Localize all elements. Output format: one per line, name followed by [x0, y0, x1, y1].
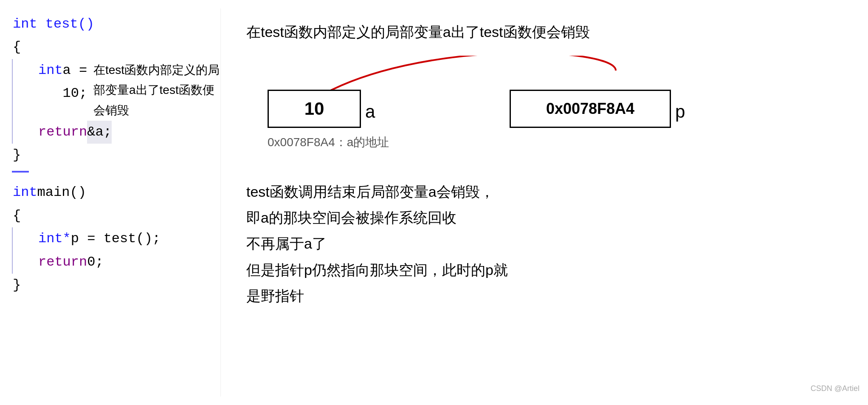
- code-line-int-a: int a = 10; 在test函数内部定义的局部变量a出了test函数便会销…: [4, 59, 220, 121]
- label-a: a: [365, 102, 375, 122]
- explanation-line1: test函数调用结束后局部变量a会销毁，: [246, 179, 851, 205]
- label-a-text: a: [365, 102, 375, 122]
- code-a-assign: a = 10;: [63, 59, 88, 105]
- keyword-intp: int*: [38, 227, 71, 250]
- keyword-int-main: int: [13, 181, 37, 204]
- open-brace-1: {: [13, 36, 21, 59]
- indent-bar-3: [12, 227, 13, 250]
- keyword-int-a: int: [38, 59, 63, 82]
- code-line-test-signature: int test(): [4, 13, 220, 36]
- code-line-open-brace-1: {: [4, 36, 220, 59]
- right-panel: 在test函数内部定义的局部变量a出了test函数便会销毁 10 a: [221, 8, 868, 397]
- close-brace-2: }: [13, 274, 21, 297]
- indent-bar-2: [12, 121, 13, 144]
- code-line-return-a: return &a;: [4, 121, 220, 144]
- comment-a: 在test函数内部定义的局部变量a出了test函数便会销毁: [93, 60, 220, 121]
- label-p: p: [675, 102, 685, 122]
- code-line-main-signature: int main(): [4, 181, 220, 204]
- box-a-value: 10: [304, 99, 324, 119]
- close-brace-1: }: [13, 144, 21, 167]
- blue-underline-separator: [12, 171, 29, 173]
- code-line-close-brace-2: }: [4, 274, 220, 297]
- annotation-line: 在test函数内部定义的局部变量a出了test函数便会销毁: [246, 21, 851, 43]
- label-p-text: p: [675, 102, 685, 122]
- indent-bar-1: [12, 59, 13, 121]
- keyword-int-test: int test(): [13, 13, 94, 36]
- explanation-line3: 不再属于a了: [246, 231, 851, 257]
- code-line-return-0: return 0;: [4, 251, 220, 274]
- watermark-text: CSDN @Artiel: [811, 384, 860, 393]
- code-main-name: main(): [37, 181, 86, 204]
- indent-bar-4: [12, 251, 13, 274]
- code-return-0-val: 0;: [87, 251, 103, 274]
- code-line-close-brace-1: }: [4, 144, 220, 167]
- explanation-line4: 但是指针p仍然指向那块空间，此时的p就: [246, 257, 851, 283]
- keyword-return-2: return: [38, 251, 87, 274]
- code-block-test-body: { int a = 10; 在test函数内部定义的局部变量a出了test函数便…: [4, 36, 220, 167]
- annotation-text: 在test函数内部定义的局部变量a出了test函数便会销毁: [246, 24, 590, 40]
- csdn-watermark: CSDN @Artiel: [811, 384, 860, 393]
- code-block-main-body: { int* p = test(); return 0; }: [4, 204, 220, 297]
- code-return-a-val: &a;: [87, 121, 112, 144]
- code-line-intp: int* p = test();: [4, 227, 220, 250]
- explanation-block: test函数调用结束后局部变量a会销毁， 即a的那块空间会被操作系统回收 不再属…: [246, 179, 851, 309]
- code-line-open-brace-2: {: [4, 204, 220, 227]
- addr-label-text: 0x0078F8A4：a的地址: [268, 136, 389, 149]
- explanation-line2: 即a的那块空间会被操作系统回收: [246, 205, 851, 231]
- explanation-line5: 是野指针: [246, 283, 851, 309]
- open-brace-2: {: [13, 204, 21, 227]
- keyword-return-1: return: [38, 121, 87, 144]
- addr-label: 0x0078F8A4：a的地址: [268, 134, 389, 150]
- diagram-area: 10 a 0x0078F8A4 p 0x0078F8A4：a的地址: [246, 56, 851, 166]
- box-a: 10: [268, 90, 361, 128]
- box-p: 0x0078F8A4: [510, 90, 671, 128]
- code-panel: int test() { int a = 10; 在test函数内部定义的局部变…: [0, 8, 221, 397]
- box-p-value: 0x0078F8A4: [546, 100, 634, 118]
- code-block-test: int test() { int a = 10; 在test函数内部定义的局部变…: [4, 13, 220, 167]
- code-p-assign: p = test();: [71, 227, 161, 250]
- code-block-main: int main() { int* p = test(); return 0;: [4, 181, 220, 297]
